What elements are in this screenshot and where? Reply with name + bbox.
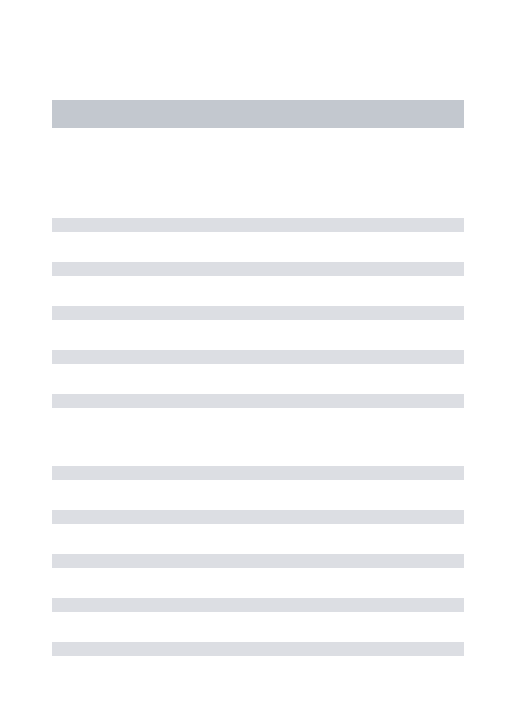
skeleton-line [52, 466, 464, 480]
skeleton-line [52, 306, 464, 320]
skeleton-line [52, 394, 464, 408]
skeleton-line [52, 218, 464, 232]
skeleton-line [52, 262, 464, 276]
skeleton-line [52, 554, 464, 568]
skeleton-line [52, 350, 464, 364]
skeleton-line [52, 642, 464, 656]
skeleton-line [52, 598, 464, 612]
skeleton-header [52, 100, 464, 128]
skeleton-line [52, 510, 464, 524]
